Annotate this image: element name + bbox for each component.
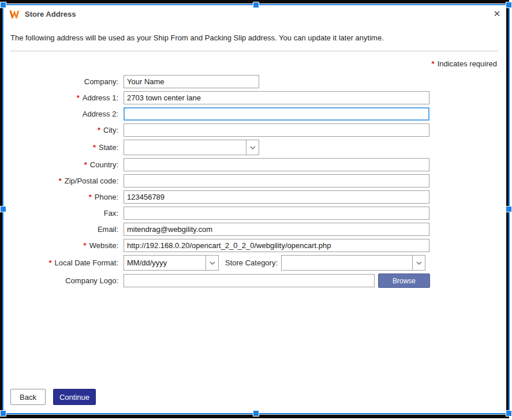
company-logo-input[interactable]: [124, 274, 375, 287]
address2-input[interactable]: [124, 107, 429, 121]
field-label: City:: [103, 126, 118, 134]
required-asterisk: *: [77, 93, 80, 102]
address1-input[interactable]: [124, 91, 429, 104]
field-label: Company:: [84, 77, 118, 86]
chevron-down-icon: [205, 256, 218, 270]
required-note: *Indicates required: [10, 59, 498, 68]
back-button[interactable]: Back: [10, 389, 46, 405]
form-row-address1: *Address 1:: [10, 91, 498, 104]
required-asterisk: *: [84, 160, 87, 169]
fax-input[interactable]: [124, 207, 429, 220]
city-input[interactable]: [124, 123, 429, 137]
country-input[interactable]: [124, 158, 429, 171]
form-row-date-category: *Local Date Format: MM/dd/yyyy Store Cat…: [10, 255, 498, 271]
field-label: Website:: [89, 241, 118, 250]
separator: [10, 51, 498, 51]
state-select[interactable]: [124, 140, 259, 155]
intro-text: The following address will be used as yo…: [10, 33, 498, 42]
required-asterisk: *: [98, 126, 100, 134]
webgility-logo-icon: [9, 10, 20, 18]
required-asterisk: *: [432, 59, 435, 68]
field-label: Zip/Postal code:: [65, 177, 118, 185]
field-label: Phone:: [95, 193, 118, 201]
field-label: Address 2:: [83, 110, 118, 118]
required-asterisk: *: [89, 193, 92, 201]
dialog-footer: Back Continue: [10, 389, 96, 405]
field-label: Company Logo:: [65, 276, 118, 285]
required-note-text: Indicates required: [438, 59, 497, 68]
titlebar: Store Address ✕: [2, 3, 506, 24]
dialog-content: The following address will be used as yo…: [2, 33, 506, 288]
form-row-zip: *Zip/Postal code:: [10, 174, 498, 187]
field-label: Email:: [98, 225, 118, 234]
required-asterisk: *: [84, 241, 87, 250]
form-row-state: *State:: [10, 140, 498, 155]
form-row-company: Company:: [10, 75, 498, 88]
date-format-select[interactable]: MM/dd/yyyy: [124, 255, 219, 271]
field-label: Address 1:: [83, 93, 118, 102]
page-title: Store Address: [25, 10, 76, 18]
email-input[interactable]: [124, 223, 429, 236]
field-label: Country:: [90, 160, 118, 169]
form-row-address2: Address 2:: [10, 107, 498, 121]
close-icon[interactable]: ✕: [491, 8, 503, 20]
chevron-down-icon: [412, 256, 425, 270]
required-asterisk: *: [93, 143, 96, 152]
form-row-website: *Website:: [10, 239, 498, 252]
chevron-down-icon: [246, 140, 259, 155]
store-category-label: Store Category:: [225, 258, 278, 267]
form-row-logo: Company Logo: Browse: [10, 273, 498, 288]
phone-input[interactable]: [124, 190, 429, 204]
form-row-phone: *Phone:: [10, 190, 498, 204]
form-row-country: *Country:: [10, 158, 498, 171]
form-row-city: *City:: [10, 123, 498, 137]
field-label: State:: [99, 143, 118, 152]
zip-input[interactable]: [124, 174, 429, 187]
date-format-select-value: MM/dd/yyyy: [124, 258, 205, 267]
browse-button[interactable]: Browse: [378, 273, 430, 288]
continue-button[interactable]: Continue: [53, 389, 96, 405]
required-asterisk: *: [59, 177, 62, 185]
company-input[interactable]: [124, 75, 259, 88]
store-address-dialog: Store Address ✕ The following address wi…: [0, 0, 509, 418]
website-input[interactable]: [124, 239, 429, 252]
field-label: Local Date Format:: [54, 258, 118, 267]
required-asterisk: *: [48, 258, 51, 267]
store-category-select[interactable]: [281, 255, 425, 271]
form-row-fax: Fax:: [10, 207, 498, 220]
store-address-form: Company: *Address 1: Address 2: *City: *…: [10, 75, 498, 288]
field-label: Fax:: [104, 209, 118, 217]
form-row-email: Email:: [10, 223, 498, 236]
